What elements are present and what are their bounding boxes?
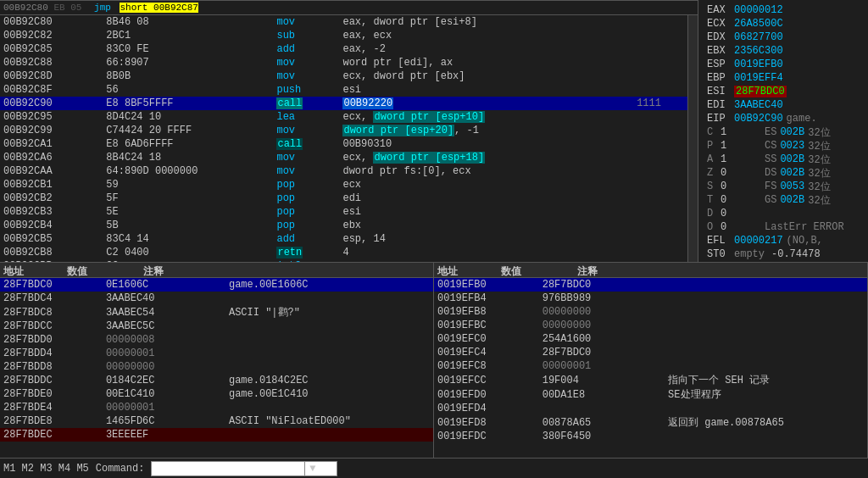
disasm-row[interactable]: 00B92C85 83C0 FE add eax, -2 <box>0 42 687 56</box>
mem-cell-addr: 28F7BDC8 <box>0 305 103 320</box>
mem-row[interactable]: 28F7BDD0 00000008 <box>0 333 433 347</box>
mem-cell-val: 00E1C410 <box>103 387 225 401</box>
mem-row[interactable]: 0019EFB4 976BB989 <box>434 292 867 305</box>
mem-row[interactable]: 0019EFD0 00DA1E8 SE处理程序 <box>434 387 867 402</box>
reg-name: EDX <box>707 31 731 43</box>
reg-name: ESP <box>707 58 731 70</box>
disasm-row[interactable]: 00B92C99 C74424 20 FFFF mov dword ptr [e… <box>0 124 687 137</box>
disasm-row[interactable]: 00B92CAA 64:890D 0000000 mov dword ptr f… <box>0 164 687 178</box>
disasm-row[interactable]: 00B92C8D 8B0B mov ecx, dword ptr [ebx] <box>0 69 687 83</box>
mem-cell-val: 00000000 <box>539 305 665 319</box>
mem-row[interactable]: 0019EFC4 28F7BDC0 <box>434 346 867 359</box>
reg-value: 26A8500C <box>734 18 783 30</box>
command-input[interactable] <box>152 463 304 475</box>
disasm-row[interactable]: 00B92CB2 5F pop edi <box>0 192 687 205</box>
mem-row[interactable]: 0019EFC0 254A1600 <box>434 332 867 346</box>
disasm-row[interactable]: 00B92C8F 56 push esi <box>0 83 687 97</box>
disasm-instr: mov <box>273 69 339 83</box>
disasm-bytes: 66:8907 <box>103 56 273 69</box>
memory-tabs[interactable]: M1 M2 M3 M4 M5 <box>3 463 89 475</box>
disasm-bytes: 8D4C24 10 <box>103 110 273 124</box>
flag-row: Z 0 DS 002B 32位 <box>707 166 860 180</box>
flag-row: S 0 FS 0053 32位 <box>707 180 860 193</box>
mem-row[interactable]: 0019EFD8 00878A65 返回到 game.00878A65 <box>434 415 867 430</box>
mem-cell-comment <box>225 333 433 347</box>
disasm-row[interactable]: 00B92CBB CC int3 <box>0 259 687 262</box>
disasm-row[interactable]: 00B92CB3 5E pop esi <box>0 205 687 219</box>
mem-row[interactable]: 28F7BDE8 1465FD6C ASCII "NiFloatED000" <box>0 414 433 428</box>
mem-row[interactable]: 28F7BDC8 3AABEC54 ASCII "|鹳?" <box>0 305 433 320</box>
mem-cell-comment: game.00E1606C <box>225 278 433 292</box>
disasm-bytes: 64:890D 0000000 <box>103 164 273 178</box>
memory-panel-left: 地址 数值 注释 28F7BDC0 0E1606C game.00E1606C … <box>0 263 434 458</box>
disasm-operands: eax, -2 <box>339 42 633 56</box>
disasm-row[interactable]: 00B92CB8 C2 0400 retn 4 <box>0 246 687 259</box>
mem-cell-addr: 0019EFC4 <box>434 346 539 359</box>
disasm-row[interactable]: 00B92CB5 83C4 14 add esp, 14 <box>0 232 687 246</box>
disasm-row[interactable]: 00B92CA6 8B4C24 18 mov ecx, dword ptr [e… <box>0 151 687 164</box>
disasm-operands: 00B92220 <box>339 97 633 110</box>
disasm-instr: add <box>273 232 339 246</box>
mem-row[interactable]: 28F7BDD4 00000001 <box>0 347 433 360</box>
mem-cell-comment: ASCII "|鹳?" <box>225 305 433 320</box>
mem-row[interactable]: 28F7BDC4 3AABEC40 <box>0 292 433 305</box>
mem-col-val-left: 数值 <box>64 263 140 277</box>
regs-content: EAX 00000012 ECX 26A8500C EDX 06827700 E… <box>702 2 865 262</box>
disasm-row[interactable]: 00B92CA1 E8 6AD6FFFF call 00B90310 <box>0 137 687 151</box>
mem-cell-comment <box>665 305 867 319</box>
mem-cell-val: 28F7BDC0 <box>539 346 665 359</box>
mem-row[interactable]: 28F7BDEC 3EEEEEF <box>0 428 433 442</box>
mem-row[interactable]: 0019EFDC 380F6450 <box>434 430 867 443</box>
disasm-content: 00B92C80 8B46 08 mov eax, dword ptr [esi… <box>0 15 687 262</box>
mem-row[interactable]: 0019EFB8 00000000 <box>434 305 867 319</box>
disasm-operands: ebx <box>339 219 633 232</box>
command-input-container[interactable]: ▼ <box>151 461 337 476</box>
mem-cell-val: 3EEEEEF <box>103 428 225 442</box>
flag-name: D <box>707 208 717 220</box>
disasm-operands: esi <box>339 205 633 219</box>
mem-row[interactable]: 0019EFC8 00000001 <box>434 359 867 373</box>
mem-row[interactable]: 0019EFD4 <box>434 402 867 415</box>
mem-row[interactable]: 28F7BDC0 0E1606C game.00E1606C <box>0 278 433 292</box>
mem-row[interactable]: 28F7BDD8 00000000 <box>0 360 433 374</box>
disasm-operands: dword ptr [esp+20], -1 <box>339 124 633 137</box>
disasm-row[interactable]: 00B92C82 2BC1 sub eax, ecx <box>0 29 687 42</box>
disasm-addr: 00B92CAA <box>0 164 103 178</box>
disasm-comment <box>633 205 687 219</box>
flag-val: 0 <box>721 221 754 233</box>
disasm-row[interactable]: 00B92CB1 59 pop ecx <box>0 178 687 192</box>
mem-cell-comment <box>225 401 433 414</box>
disasm-row[interactable]: 00B92C95 8D4C24 10 lea ecx, dword ptr [e… <box>0 110 687 124</box>
mem-row[interactable]: 0019EFB0 28F7BDC0 <box>434 278 867 292</box>
disasm-table: 00B92C80 8B46 08 mov eax, dword ptr [esi… <box>0 15 687 262</box>
disasm-scrollbar[interactable] <box>687 15 698 262</box>
mem-cell-addr: 0019EFB4 <box>434 292 539 305</box>
flag-name: O <box>707 221 717 233</box>
mem-row[interactable]: 0019EFCC 19F004 指向下一个 SEH 记录 <box>434 373 867 387</box>
mem-row[interactable]: 28F7BDE4 00000001 <box>0 401 433 414</box>
disasm-row[interactable]: 00B92C80 8B46 08 mov eax, dword ptr [esi… <box>0 15 687 29</box>
disasm-row[interactable]: 00B92C90 E8 8BF5FFFF call 00B92220 1111 <box>0 97 687 110</box>
disasm-operands: ecx, dword ptr [esp+18] <box>339 151 633 164</box>
mem-row[interactable]: 28F7BDCC 3AABEC5C <box>0 320 433 333</box>
mem-row[interactable]: 0019EFBC 00000000 <box>434 319 867 332</box>
mem-cell-addr: 0019EFB0 <box>434 278 539 292</box>
disasm-bytes: 56 <box>103 83 273 97</box>
mem-cell-comment <box>665 359 867 373</box>
command-bar: M1 M2 M3 M4 M5 Command: ▼ <box>0 458 868 478</box>
mem-row[interactable]: 28F7BDE0 00E1C410 game.00E1C410 <box>0 387 433 401</box>
disasm-comment <box>633 69 687 83</box>
disasm-row[interactable]: 00B92CB4 5B pop ebx <box>0 219 687 232</box>
disasm-operands <box>339 259 633 262</box>
flag-name: Z <box>707 167 717 179</box>
reg-name: EBX <box>707 45 731 57</box>
disasm-row[interactable]: 00B92C88 66:8907 mov word ptr [edi], ax <box>0 56 687 69</box>
command-dropdown[interactable]: ▼ <box>304 462 320 475</box>
flag-name: C <box>707 126 717 138</box>
mem-cell-val: 00000001 <box>103 347 225 360</box>
mem-cell-val: 0E1606C <box>103 278 225 292</box>
mem-row[interactable]: 28F7BDDC 0184C2EC game.0184C2EC <box>0 374 433 387</box>
st-value: -0.74478 <box>771 248 821 260</box>
register-row: EAX 00000012 <box>707 3 860 17</box>
flag-row: D 0 <box>707 207 860 220</box>
